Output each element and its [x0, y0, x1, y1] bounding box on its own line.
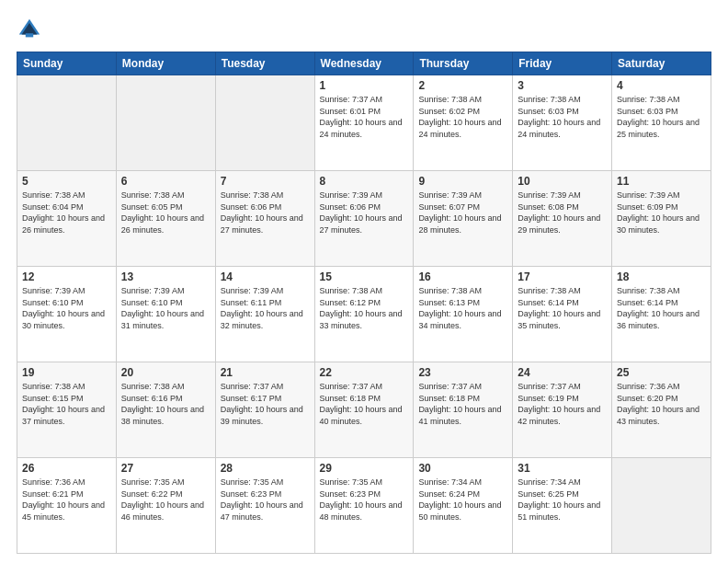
weekday-header-saturday: Saturday [612, 52, 711, 75]
day-number: 18 [617, 270, 706, 283]
day-number: 4 [617, 79, 706, 92]
calendar-cell: 21Sunrise: 7:37 AM Sunset: 6:17 PM Dayli… [215, 362, 314, 458]
day-info: Sunrise: 7:37 AM Sunset: 6:19 PM Dayligh… [518, 381, 607, 427]
calendar-cell: 19Sunrise: 7:38 AM Sunset: 6:15 PM Dayli… [17, 362, 117, 458]
calendar-cell [215, 75, 314, 171]
weekday-header-tuesday: Tuesday [215, 52, 314, 75]
calendar-cell: 6Sunrise: 7:38 AM Sunset: 6:05 PM Daylig… [116, 171, 215, 267]
calendar-cell: 8Sunrise: 7:39 AM Sunset: 6:06 PM Daylig… [314, 171, 414, 267]
calendar-cell: 16Sunrise: 7:38 AM Sunset: 6:13 PM Dayli… [414, 267, 513, 362]
day-number: 8 [320, 175, 409, 188]
calendar-cell: 11Sunrise: 7:39 AM Sunset: 6:09 PM Dayli… [612, 171, 711, 267]
calendar-table: SundayMondayTuesdayWednesdayThursdayFrid… [17, 52, 711, 554]
calendar-week-row: 1Sunrise: 7:37 AM Sunset: 6:01 PM Daylig… [17, 75, 711, 171]
day-number: 10 [518, 175, 607, 188]
day-number: 23 [418, 366, 507, 379]
weekday-header-sunday: Sunday [17, 52, 117, 75]
day-info: Sunrise: 7:34 AM Sunset: 6:25 PM Dayligh… [518, 477, 607, 523]
day-info: Sunrise: 7:35 AM Sunset: 6:23 PM Dayligh… [221, 477, 310, 523]
calendar-cell: 17Sunrise: 7:38 AM Sunset: 6:14 PM Dayli… [513, 267, 612, 362]
day-number: 29 [320, 462, 409, 475]
calendar-cell: 26Sunrise: 7:36 AM Sunset: 6:21 PM Dayli… [17, 458, 117, 554]
weekday-header-thursday: Thursday [414, 52, 513, 75]
day-number: 2 [418, 79, 507, 92]
day-number: 1 [320, 79, 409, 92]
day-info: Sunrise: 7:38 AM Sunset: 6:12 PM Dayligh… [320, 285, 409, 331]
day-number: 21 [221, 366, 310, 379]
day-number: 19 [22, 366, 111, 379]
day-number: 14 [221, 270, 310, 283]
day-number: 11 [617, 175, 706, 188]
day-info: Sunrise: 7:36 AM Sunset: 6:20 PM Dayligh… [617, 381, 706, 427]
day-number: 24 [518, 366, 607, 379]
day-info: Sunrise: 7:39 AM Sunset: 6:09 PM Dayligh… [617, 190, 706, 236]
day-number: 26 [22, 462, 111, 475]
calendar-cell: 20Sunrise: 7:38 AM Sunset: 6:16 PM Dayli… [116, 362, 215, 458]
calendar-cell: 12Sunrise: 7:39 AM Sunset: 6:10 PM Dayli… [17, 267, 117, 362]
day-number: 9 [418, 175, 507, 188]
day-info: Sunrise: 7:37 AM Sunset: 6:18 PM Dayligh… [418, 381, 507, 427]
day-number: 5 [22, 175, 111, 188]
weekday-header-monday: Monday [116, 52, 215, 75]
day-number: 30 [418, 462, 507, 475]
calendar-cell [612, 458, 711, 554]
day-number: 7 [221, 175, 310, 188]
day-info: Sunrise: 7:38 AM Sunset: 6:14 PM Dayligh… [617, 285, 706, 331]
day-number: 15 [320, 270, 409, 283]
calendar-cell: 22Sunrise: 7:37 AM Sunset: 6:18 PM Dayli… [314, 362, 414, 458]
calendar-cell: 24Sunrise: 7:37 AM Sunset: 6:19 PM Dayli… [513, 362, 612, 458]
weekday-header-wednesday: Wednesday [314, 52, 414, 75]
weekday-header-row: SundayMondayTuesdayWednesdayThursdayFrid… [17, 52, 711, 75]
calendar-cell [17, 75, 117, 171]
day-number: 27 [121, 462, 210, 475]
weekday-header-friday: Friday [513, 52, 612, 75]
day-info: Sunrise: 7:38 AM Sunset: 6:13 PM Dayligh… [418, 285, 507, 331]
day-number: 12 [22, 270, 111, 283]
calendar-cell [116, 75, 215, 171]
calendar-cell: 27Sunrise: 7:35 AM Sunset: 6:22 PM Dayli… [116, 458, 215, 554]
day-number: 16 [418, 270, 507, 283]
day-info: Sunrise: 7:39 AM Sunset: 6:07 PM Dayligh… [418, 190, 507, 236]
day-info: Sunrise: 7:39 AM Sunset: 6:11 PM Dayligh… [221, 285, 310, 331]
day-info: Sunrise: 7:38 AM Sunset: 6:15 PM Dayligh… [22, 381, 111, 427]
day-number: 22 [320, 366, 409, 379]
day-info: Sunrise: 7:39 AM Sunset: 6:06 PM Dayligh… [320, 190, 409, 236]
logo-icon [17, 17, 42, 42]
calendar-cell: 28Sunrise: 7:35 AM Sunset: 6:23 PM Dayli… [215, 458, 314, 554]
calendar-cell: 29Sunrise: 7:35 AM Sunset: 6:23 PM Dayli… [314, 458, 414, 554]
calendar-cell: 2Sunrise: 7:38 AM Sunset: 6:02 PM Daylig… [414, 75, 513, 171]
day-info: Sunrise: 7:38 AM Sunset: 6:14 PM Dayligh… [518, 285, 607, 331]
day-number: 13 [121, 270, 210, 283]
day-info: Sunrise: 7:39 AM Sunset: 6:10 PM Dayligh… [22, 285, 111, 331]
day-info: Sunrise: 7:39 AM Sunset: 6:08 PM Dayligh… [518, 190, 607, 236]
calendar-cell: 7Sunrise: 7:38 AM Sunset: 6:06 PM Daylig… [215, 171, 314, 267]
calendar-cell: 15Sunrise: 7:38 AM Sunset: 6:12 PM Dayli… [314, 267, 414, 362]
svg-rect-2 [26, 33, 33, 37]
day-number: 20 [121, 366, 210, 379]
calendar-week-row: 26Sunrise: 7:36 AM Sunset: 6:21 PM Dayli… [17, 458, 711, 554]
calendar-cell: 18Sunrise: 7:38 AM Sunset: 6:14 PM Dayli… [612, 267, 711, 362]
calendar-cell: 14Sunrise: 7:39 AM Sunset: 6:11 PM Dayli… [215, 267, 314, 362]
calendar-cell: 13Sunrise: 7:39 AM Sunset: 6:10 PM Dayli… [116, 267, 215, 362]
header [17, 17, 711, 42]
day-info: Sunrise: 7:37 AM Sunset: 6:18 PM Dayligh… [320, 381, 409, 427]
day-info: Sunrise: 7:37 AM Sunset: 6:01 PM Dayligh… [320, 94, 409, 140]
page: SundayMondayTuesdayWednesdayThursdayFrid… [0, 0, 728, 563]
day-info: Sunrise: 7:38 AM Sunset: 6:04 PM Dayligh… [22, 190, 111, 236]
day-number: 17 [518, 270, 607, 283]
calendar-cell: 30Sunrise: 7:34 AM Sunset: 6:24 PM Dayli… [414, 458, 513, 554]
day-number: 6 [121, 175, 210, 188]
calendar-week-row: 5Sunrise: 7:38 AM Sunset: 6:04 PM Daylig… [17, 171, 711, 267]
day-number: 28 [221, 462, 310, 475]
day-info: Sunrise: 7:38 AM Sunset: 6:03 PM Dayligh… [518, 94, 607, 140]
day-info: Sunrise: 7:38 AM Sunset: 6:05 PM Dayligh… [121, 190, 210, 236]
day-info: Sunrise: 7:38 AM Sunset: 6:03 PM Dayligh… [617, 94, 706, 140]
day-number: 31 [518, 462, 607, 475]
calendar-cell: 4Sunrise: 7:38 AM Sunset: 6:03 PM Daylig… [612, 75, 711, 171]
calendar-cell: 31Sunrise: 7:34 AM Sunset: 6:25 PM Dayli… [513, 458, 612, 554]
calendar-cell: 25Sunrise: 7:36 AM Sunset: 6:20 PM Dayli… [612, 362, 711, 458]
calendar-week-row: 12Sunrise: 7:39 AM Sunset: 6:10 PM Dayli… [17, 267, 711, 362]
day-info: Sunrise: 7:38 AM Sunset: 6:06 PM Dayligh… [221, 190, 310, 236]
day-info: Sunrise: 7:38 AM Sunset: 6:16 PM Dayligh… [121, 381, 210, 427]
day-number: 25 [617, 366, 706, 379]
